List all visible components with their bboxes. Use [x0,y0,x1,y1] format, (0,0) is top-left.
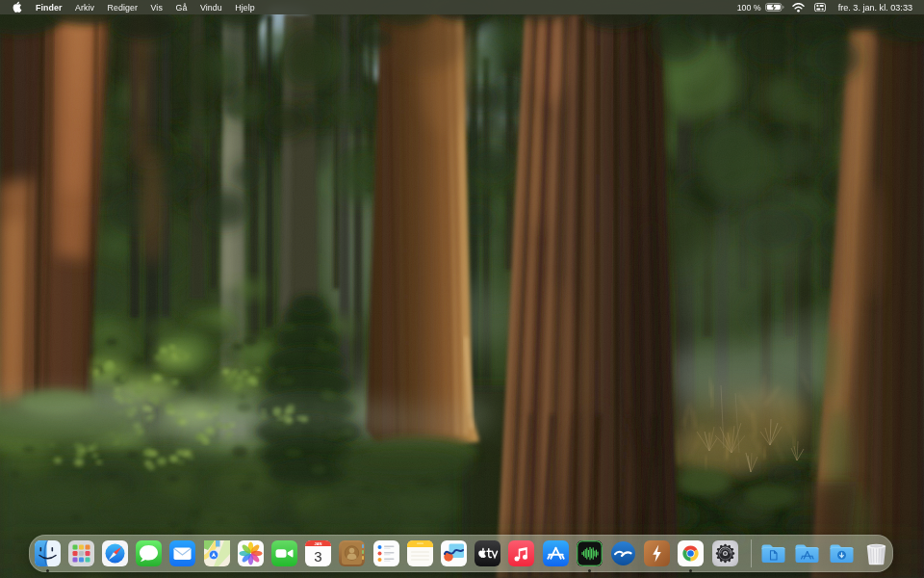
svg-text:3: 3 [314,547,321,564]
svg-text:JAN: JAN [315,540,322,545]
